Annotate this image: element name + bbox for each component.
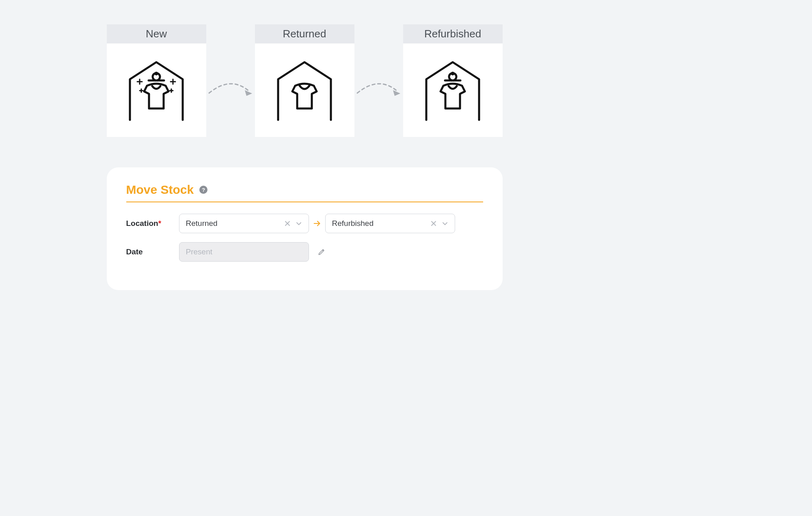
date-input[interactable]: Present (179, 242, 309, 262)
help-icon[interactable]: ? (199, 186, 207, 194)
date-label: Date (126, 247, 179, 256)
stage-new: New (107, 24, 206, 137)
warehouse-new-icon (122, 55, 191, 126)
stage-new-card (107, 43, 206, 137)
svg-point-1 (155, 73, 157, 74)
stage-refurbished-card (403, 43, 503, 137)
location-label: Location* (126, 219, 179, 228)
location-label-text: Location (126, 219, 158, 228)
move-stock-panel: Move Stock ? Location* Returned Ref (107, 167, 503, 290)
stage-returned: Returned (255, 24, 354, 137)
arrow-right-icon (309, 219, 325, 228)
location-from-value: Returned (186, 219, 282, 228)
svg-point-13 (452, 73, 454, 74)
location-to-select[interactable]: Refurbished (325, 214, 455, 233)
date-row: Date Present (126, 242, 483, 262)
clear-icon[interactable] (282, 220, 293, 227)
flow-arrow-2 (356, 77, 401, 101)
stage-returned-card (255, 43, 354, 137)
date-placeholder: Present (186, 247, 212, 256)
location-to-value: Refurbished (332, 219, 428, 228)
location-from-select[interactable]: Returned (179, 214, 309, 233)
pencil-icon[interactable] (318, 248, 325, 256)
panel-header: Move Stock ? (126, 183, 483, 202)
warehouse-refurbished-icon (418, 55, 487, 126)
stock-stages-row: New (107, 24, 503, 137)
required-mark: * (158, 219, 161, 228)
clear-icon[interactable] (428, 220, 439, 227)
chevron-down-icon[interactable] (293, 220, 304, 227)
panel-title: Move Stock (126, 183, 194, 197)
flow-arrow-1 (208, 77, 253, 101)
chevron-down-icon[interactable] (439, 220, 451, 227)
stage-returned-label: Returned (255, 24, 354, 43)
warehouse-returned-icon (270, 55, 339, 126)
stage-refurbished: Refurbished (403, 24, 503, 137)
svg-marker-11 (393, 90, 400, 96)
stage-refurbished-label: Refurbished (403, 24, 503, 43)
svg-line-19 (322, 250, 323, 251)
stage-new-label: New (107, 24, 206, 43)
svg-marker-10 (245, 90, 252, 96)
location-row: Location* Returned Refurbished (126, 214, 483, 233)
